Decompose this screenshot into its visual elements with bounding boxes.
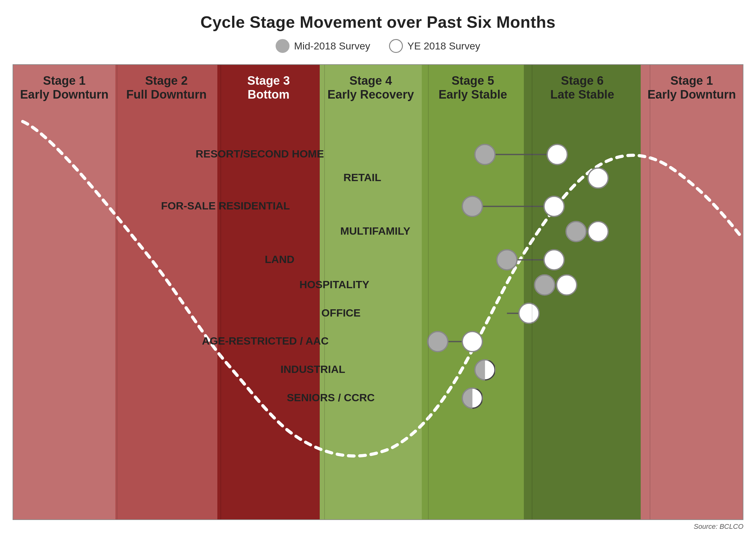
stage1a-num: Stage 1: [43, 74, 86, 88]
stage6-name: Late Stable: [547, 88, 617, 102]
stage-col-5: Stage 5 Early Stable: [422, 65, 524, 519]
stage4-name: Early Recovery: [324, 88, 417, 102]
legend-label-mid: Mid-2018 Survey: [294, 40, 370, 52]
legend: Mid-2018 Survey YE 2018 Survey: [275, 39, 480, 53]
legend-circle-ye: [389, 39, 403, 53]
stage-col-2: Stage 2 Full Downturn: [115, 65, 217, 519]
stage5-name: Early Stable: [435, 88, 510, 102]
legend-label-ye: YE 2018 Survey: [407, 40, 480, 52]
stage-col-6: Stage 6 Late Stable: [524, 65, 641, 519]
stage3-name: Bottom: [244, 88, 293, 102]
stages-row: Stage 1 Early Downturn Stage 2 Full Down…: [13, 65, 743, 519]
chart-container: Stage 1 Early Downturn Stage 2 Full Down…: [13, 64, 743, 520]
stage4-num: Stage 4: [349, 74, 392, 88]
legend-item-ye: YE 2018 Survey: [389, 39, 480, 53]
stage6-num: Stage 6: [561, 74, 604, 88]
stage3-num: Stage 3: [247, 74, 290, 88]
stage-col-3: Stage 3 Bottom: [217, 65, 319, 519]
legend-circle-mid: [275, 39, 289, 53]
stage-col-1b: Stage 1 Early Downturn: [641, 65, 743, 519]
stage1b-name: Early Downturn: [644, 88, 739, 102]
stage1a-name: Early Downturn: [17, 88, 112, 102]
stage5-num: Stage 5: [451, 74, 494, 88]
stage-col-1a: Stage 1 Early Downturn: [13, 65, 115, 519]
stage2-name: Full Downturn: [123, 88, 210, 102]
stage-col-4: Stage 4 Early Recovery: [320, 65, 422, 519]
stage2-num: Stage 2: [145, 74, 188, 88]
stage1b-num: Stage 1: [670, 74, 713, 88]
chart-title: Cycle Stage Movement over Past Six Month…: [200, 13, 555, 31]
page-container: Cycle Stage Movement over Past Six Month…: [0, 0, 756, 537]
source-text: Source: BCLCO: [693, 522, 743, 531]
legend-item-mid: Mid-2018 Survey: [275, 39, 370, 53]
